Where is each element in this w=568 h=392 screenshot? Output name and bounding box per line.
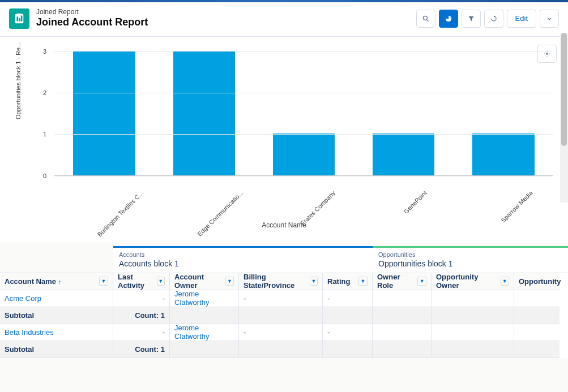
svg-rect-2 (19, 18, 20, 21)
refresh-icon (490, 15, 498, 23)
opportunities-block-header: Opportunities Opportunities block 1 (373, 246, 568, 273)
vertical-scrollbar[interactable] (560, 33, 568, 203)
svg-rect-1 (16, 16, 18, 21)
col-last-activity-label: Last Activity (118, 273, 157, 290)
svg-rect-3 (21, 15, 23, 21)
cell-empty (170, 341, 239, 358)
cell-account-name[interactable]: Acme Corp (0, 290, 113, 307)
col-account-owner[interactable]: Account Owner ▼ (170, 273, 239, 290)
svg-rect-4 (17, 14, 21, 15)
col-owner-role[interactable]: Owner Role ▼ (373, 273, 432, 290)
cell-empty (323, 341, 373, 358)
cell-account-owner[interactable]: Jerome Clatworthy (170, 290, 239, 307)
sort-asc-icon: ↑ (58, 278, 62, 285)
accounts-block-name: Accounts block 1 (119, 259, 367, 268)
search-button[interactable] (416, 10, 435, 28)
header-actions: Edit (416, 10, 559, 28)
more-actions-button[interactable] (540, 10, 559, 28)
cell-subtotal-label: Subtotal (0, 341, 113, 358)
x-labels: Burlington Textiles C...Edge Communicati… (54, 178, 553, 185)
col-menu-icon[interactable]: ▼ (310, 277, 318, 286)
x-label-slot: Burlington Textiles C... (54, 178, 154, 185)
cell-empty (239, 307, 323, 324)
gridline (54, 134, 553, 135)
body: Opportunities block 1 - Re... 0123 Burli… (0, 37, 568, 392)
col-account-name[interactable]: Account Name↑ ▼ (0, 273, 113, 290)
col-menu-icon[interactable]: ▼ (417, 277, 426, 286)
col-menu-icon[interactable]: ▼ (157, 277, 165, 286)
col-opportunity[interactable]: Opportunity (514, 273, 560, 290)
cell-billing-state: - (239, 324, 323, 341)
col-owner-role-label: Owner Role (377, 273, 417, 290)
gridline (54, 176, 553, 176)
svg-point-5 (423, 16, 427, 20)
col-menu-icon[interactable]: ▼ (99, 277, 108, 286)
cell-empty (432, 341, 514, 358)
cell-empty (373, 341, 432, 358)
bar-slot (454, 51, 553, 175)
cell-empty (239, 341, 323, 358)
bar-slot (54, 51, 154, 175)
cell-account-owner[interactable]: Jerome Clatworthy (170, 324, 239, 341)
table-row: Beta Industries-Jerome Clatworthy-- (0, 324, 568, 341)
col-rating[interactable]: Rating ▼ (323, 273, 373, 290)
chart-toggle-button[interactable] (439, 10, 458, 28)
x-tick-label: Edge Communicatio... (196, 189, 244, 238)
col-opportunity-owner-label: Opportunity Owner (436, 273, 501, 290)
bar[interactable] (73, 51, 135, 175)
edit-button[interactable]: Edit (507, 10, 536, 28)
scroll-thumb[interactable] (561, 33, 567, 146)
cell-billing-state: - (239, 290, 323, 307)
bar[interactable] (173, 51, 235, 175)
header-titles: Joined Report Joined Account Report (36, 8, 148, 29)
search-icon (422, 15, 430, 23)
data-grid: Account Name↑ ▼ Last Activity ▼ Account … (0, 273, 568, 358)
cell-last-activity: - (113, 324, 170, 341)
x-label-slot: Edge Communicatio... (154, 178, 254, 185)
col-opportunity-owner[interactable]: Opportunity Owner ▼ (432, 273, 514, 290)
refresh-button[interactable] (484, 10, 503, 28)
bar[interactable] (273, 133, 335, 175)
cell-subtotal-count: Count: 1 (113, 341, 170, 358)
y-tick: 1 (43, 131, 46, 137)
accounts-block-header: Accounts Accounts block 1 (113, 246, 373, 273)
cell-opportunity-owner (432, 290, 514, 307)
y-tick: 0 (43, 173, 46, 179)
bar[interactable] (373, 133, 434, 175)
y-tick: 3 (43, 48, 46, 55)
filter-button[interactable] (462, 10, 481, 28)
page-root: Joined Report Joined Account Report Edit (0, 0, 568, 392)
col-rating-label: Rating (327, 277, 350, 286)
cell-rating: - (323, 290, 373, 307)
subtotal-row: SubtotalCount: 1 (0, 341, 568, 358)
main-content: Opportunities block 1 - Re... 0123 Burli… (0, 37, 568, 392)
blocks-header: Accounts Accounts block 1 Opportunities … (0, 246, 568, 273)
header-left: Joined Report Joined Account Report (9, 8, 148, 29)
accounts-block-type: Accounts (119, 251, 367, 258)
col-last-activity[interactable]: Last Activity ▼ (113, 273, 170, 290)
bars-container (54, 51, 553, 175)
cell-empty (323, 307, 373, 324)
col-menu-icon[interactable]: ▼ (358, 277, 368, 286)
grid-body: Acme Corp-Jerome Clatworthy--SubtotalCou… (0, 290, 568, 358)
cell-empty (432, 307, 514, 324)
col-menu-icon[interactable]: ▼ (501, 277, 509, 286)
opportunities-block-name: Opportunities block 1 (378, 259, 562, 268)
bar[interactable] (472, 133, 534, 175)
gridline (54, 51, 553, 52)
cell-rating: - (323, 324, 373, 341)
cell-empty (373, 307, 432, 324)
col-opportunity-label: Opportunity (519, 277, 561, 286)
cell-account-name[interactable]: Beta Industries (0, 324, 113, 341)
report-type-label: Joined Report (36, 8, 148, 16)
col-menu-icon[interactable]: ▼ (225, 277, 234, 286)
col-billing-state[interactable]: Billing State/Province ▼ (239, 273, 323, 290)
subtotal-row: SubtotalCount: 1 (0, 307, 568, 324)
x-label-slot: Frates Company (254, 178, 353, 185)
bar-slot (254, 51, 353, 175)
cell-owner-role (373, 290, 432, 307)
gridline (54, 93, 553, 93)
cell-opportunity (514, 290, 560, 307)
cell-empty (170, 307, 239, 324)
x-label-slot: GenePoint (354, 178, 454, 185)
